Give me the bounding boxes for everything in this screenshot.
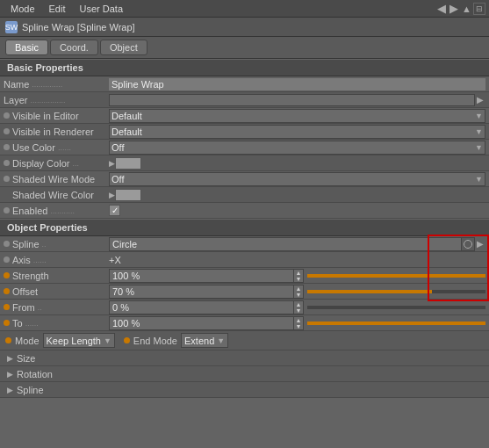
spline-arrow-icon[interactable]: ▶ bbox=[475, 239, 485, 249]
dot-visible-renderer bbox=[4, 128, 10, 134]
from-down-button[interactable]: ▼ bbox=[294, 307, 303, 314]
spline-expand-label: Spline bbox=[17, 385, 44, 395]
menu-user-data[interactable]: User Data bbox=[73, 4, 131, 14]
end-mode-dropdown[interactable]: Extend ▼ bbox=[181, 333, 228, 348]
rotation-label: Rotation bbox=[17, 369, 53, 379]
shaded-wire-color-arrow-icon[interactable]: ▶ bbox=[109, 191, 115, 199]
mode-dropdown[interactable]: Keep Length ▼ bbox=[43, 333, 115, 348]
display-color-swatch[interactable] bbox=[115, 157, 141, 170]
offset-up-button[interactable]: ▲ bbox=[294, 285, 303, 292]
title-icon: SW bbox=[5, 21, 18, 33]
prop-label-enabled: Enabled ........... bbox=[4, 206, 109, 216]
strength-slider[interactable] bbox=[307, 274, 485, 278]
visible-renderer-dropdown[interactable]: Default ▼ bbox=[109, 125, 485, 139]
prop-value-enabled: ✓ bbox=[109, 205, 485, 216]
from-input[interactable] bbox=[109, 300, 293, 314]
prop-value-visible-renderer[interactable]: Default ▼ bbox=[109, 125, 485, 139]
from-slider[interactable] bbox=[307, 306, 485, 309]
to-slider[interactable] bbox=[307, 322, 485, 325]
rotation-expand-arrow-icon: ▶ bbox=[7, 370, 13, 379]
to-up-button[interactable]: ▲ bbox=[294, 317, 303, 323]
prop-label-display-color: Display Color ... bbox=[4, 158, 109, 169]
prop-row-name: Name .............. bbox=[0, 76, 489, 92]
prop-row-enabled: Enabled ........... ✓ bbox=[0, 203, 489, 219]
enabled-checkbox[interactable]: ✓ bbox=[109, 205, 120, 216]
dot-enabled bbox=[4, 207, 10, 213]
strength-up-button[interactable]: ▲ bbox=[294, 270, 303, 276]
dot-from bbox=[4, 304, 10, 310]
prop-value-name[interactable] bbox=[109, 78, 485, 90]
prop-value-shaded-wire-color: ▶ bbox=[109, 189, 485, 201]
menu-bar: Mode Edit User Data ◀ ▶ ▲ ⊟ bbox=[0, 0, 489, 18]
prop-row-use-color: Use Color ...... Off ▼ bbox=[0, 140, 489, 155]
prop-row-shaded-wire-color: Shaded Wire Color ▶ bbox=[0, 187, 489, 203]
nav-left-icon[interactable]: ◀ bbox=[435, 2, 448, 15]
prop-value-shaded-wire-mode[interactable]: Off ▼ bbox=[109, 172, 485, 186]
prop-row-visible-editor: Visible in Editor Default ▼ bbox=[0, 108, 489, 124]
prop-value-from: ▲ ▼ bbox=[109, 300, 485, 314]
from-up-button[interactable]: ▲ bbox=[294, 301, 303, 307]
strength-input[interactable] bbox=[109, 269, 293, 283]
dot-axis bbox=[4, 257, 10, 263]
prop-row-visible-renderer: Visible in Renderer Default ▼ bbox=[0, 124, 489, 140]
tab-coord[interactable]: Coord. bbox=[50, 40, 98, 55]
to-slider-fill bbox=[307, 322, 485, 325]
settings-icon[interactable]: ⊟ bbox=[473, 3, 485, 15]
axis-value: +X bbox=[109, 255, 121, 265]
prop-label-visible-renderer: Visible in Renderer bbox=[4, 126, 109, 137]
mode-dropdown-arrow-icon: ▼ bbox=[104, 336, 111, 345]
basic-properties-header: Basic Properties bbox=[0, 59, 489, 76]
prop-row-from: From .. ▲ ▼ bbox=[0, 300, 489, 315]
tab-basic[interactable]: Basic bbox=[5, 40, 48, 55]
end-mode-value: Extend bbox=[184, 336, 214, 346]
offset-slider[interactable] bbox=[307, 290, 485, 293]
name-input[interactable] bbox=[109, 78, 485, 90]
expand-row-size[interactable]: ▶ Size bbox=[0, 350, 489, 366]
display-color-arrow-icon[interactable]: ▶ bbox=[109, 159, 115, 168]
spline-input[interactable] bbox=[109, 237, 461, 251]
strength-down-button[interactable]: ▼ bbox=[294, 276, 303, 282]
from-stepper[interactable]: ▲ ▼ bbox=[293, 300, 304, 314]
tabs-row: Basic Coord. Object bbox=[0, 37, 489, 59]
prop-row-shaded-wire-mode: Shaded Wire Mode Off ▼ bbox=[0, 171, 489, 187]
prop-row-display-color: Display Color ... ▶ bbox=[0, 155, 489, 171]
to-stepper[interactable]: ▲ ▼ bbox=[293, 316, 304, 330]
prop-value-visible-editor[interactable]: Default ▼ bbox=[109, 109, 485, 123]
dot-use-color bbox=[4, 144, 10, 150]
menu-mode[interactable]: Mode bbox=[4, 4, 42, 14]
to-down-button[interactable]: ▼ bbox=[294, 323, 303, 329]
shaded-wire-color-swatch[interactable] bbox=[115, 189, 141, 201]
tab-object[interactable]: Object bbox=[100, 40, 147, 55]
object-properties-header: Object Properties bbox=[0, 219, 489, 236]
shaded-wire-mode-dropdown[interactable]: Off ▼ bbox=[109, 172, 485, 186]
strength-stepper[interactable]: ▲ ▼ bbox=[293, 269, 304, 283]
visible-editor-dropdown[interactable]: Default ▼ bbox=[109, 109, 485, 123]
spline-value-wrap: ▶ bbox=[109, 237, 485, 251]
menu-edit[interactable]: Edit bbox=[42, 4, 73, 14]
dropdown-arrow3-icon: ▼ bbox=[475, 143, 483, 152]
nav-up-icon[interactable]: ▲ bbox=[460, 4, 473, 14]
offset-input[interactable] bbox=[109, 285, 293, 299]
offset-input-wrap: ▲ ▼ bbox=[109, 285, 485, 299]
prop-label-visible-editor: Visible in Editor bbox=[4, 111, 109, 121]
prop-row-strength: Strength ▲ ▼ bbox=[0, 268, 489, 284]
nav-right-icon[interactable]: ▶ bbox=[448, 2, 460, 15]
prop-label-use-color: Use Color ...... bbox=[4, 142, 109, 153]
offset-down-button[interactable]: ▼ bbox=[294, 292, 303, 298]
dropdown-arrow-icon: ▼ bbox=[475, 112, 483, 120]
prop-value-offset: ▲ ▼ bbox=[109, 285, 485, 299]
prop-label-shaded-wire-color: Shaded Wire Color bbox=[4, 190, 109, 200]
offset-stepper[interactable]: ▲ ▼ bbox=[293, 285, 304, 299]
expand-row-spline[interactable]: ▶ Spline bbox=[0, 382, 489, 398]
use-color-dropdown[interactable]: Off ▼ bbox=[109, 141, 485, 155]
spline-circle-button[interactable] bbox=[461, 237, 475, 251]
prop-value-use-color[interactable]: Off ▼ bbox=[109, 141, 485, 155]
to-input[interactable] bbox=[109, 316, 293, 330]
prop-row-axis: Axis ...... +X bbox=[0, 252, 489, 268]
prop-label-name: Name .............. bbox=[4, 79, 109, 90]
expand-row-rotation[interactable]: ▶ Rotation bbox=[0, 366, 489, 382]
layer-arrow-icon[interactable]: ▶ bbox=[475, 95, 485, 105]
dot-end-mode bbox=[124, 337, 130, 343]
window-title: Spline Wrap [Spline Wrap] bbox=[22, 22, 135, 33]
prop-value-to: ▲ ▼ bbox=[109, 316, 485, 330]
